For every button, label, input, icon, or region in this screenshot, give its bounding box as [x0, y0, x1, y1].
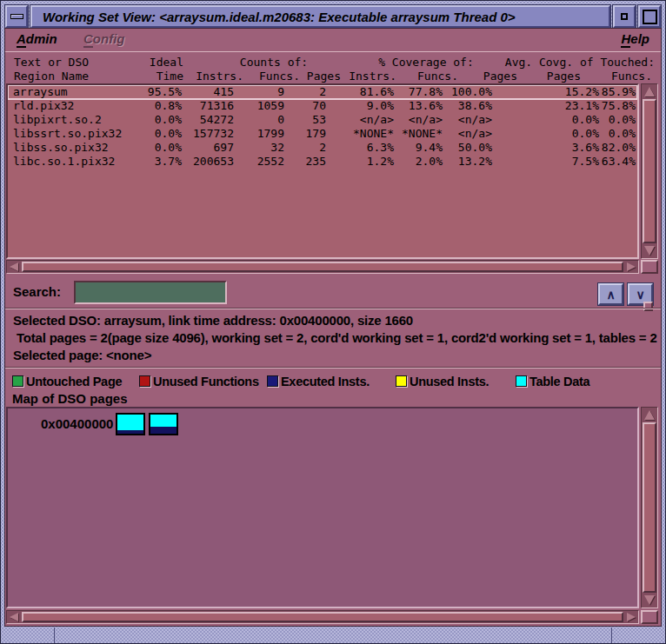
scroll-left-icon[interactable] — [10, 613, 18, 621]
header-ideal: Ideal — [150, 56, 183, 69]
header-avg-covg: Avg. Covg. of Touched: — [505, 56, 655, 69]
legend-swatch — [267, 375, 278, 387]
table-cell: 9.4% — [394, 141, 443, 155]
menu-admin[interactable]: Admin — [17, 31, 57, 46]
table-row[interactable]: libssrt.so.pix320.0%1577321799179*NONE**… — [8, 127, 637, 141]
scroll-down-icon[interactable] — [644, 595, 655, 605]
table-row[interactable]: rld.pix320.8%713161059709.0%13.6%38.6%23… — [8, 99, 637, 113]
window-menu-button[interactable] — [5, 5, 28, 28]
table-cell: 75.8% — [599, 99, 636, 113]
map-hscroll-thumb[interactable] — [22, 612, 623, 622]
table-cell: 2 — [284, 85, 326, 99]
table-cell: 38.6% — [443, 99, 492, 113]
header-touched-funcs: Funcs. — [611, 70, 652, 83]
map-horizontal-scrollbar[interactable] — [6, 610, 639, 624]
legend-label: Unused Insts. — [410, 375, 489, 388]
minimize-button[interactable] — [613, 5, 636, 28]
table-cell: *NONE* — [326, 127, 394, 141]
table-horizontal-scrollbar[interactable] — [6, 260, 639, 274]
table-scrollbar-corner — [641, 260, 658, 274]
page-address-label: 0x00400000 — [41, 416, 113, 431]
table-cell: 13.6% — [394, 99, 443, 113]
table-cell: 81.6% — [326, 85, 394, 99]
table-cell: 2 — [284, 141, 326, 155]
table-cell: 85.9% — [599, 85, 636, 99]
table-cell: 7.5% — [492, 155, 599, 169]
dso-page-map[interactable]: 0x00400000 — [6, 407, 639, 608]
table-cell: 0.8% — [138, 99, 182, 113]
legend-label: Executed Insts. — [281, 375, 370, 388]
selection-info: Selected DSO: arraysum, link time addres… — [13, 312, 661, 364]
table-cell: 1.2% — [326, 155, 394, 169]
scroll-up-icon[interactable] — [644, 410, 655, 420]
app-content: Admin Config Help Text or DSO Ideal Coun… — [5, 29, 661, 626]
table-vertical-scrollbar[interactable] — [641, 83, 658, 259]
table-row[interactable]: arraysum95.5%4159281.6%77.8%100.0%15.2%8… — [8, 85, 637, 99]
table-cell: 0.0% — [138, 141, 182, 155]
table-cell: 3.7% — [138, 155, 182, 169]
window-menu-icon — [10, 14, 23, 19]
table-cell: 53 — [284, 113, 326, 127]
header-counts-of: Counts of: — [213, 56, 335, 69]
table-cell: 0.0% — [492, 113, 599, 127]
table-cell: 0.0% — [599, 113, 636, 127]
table-cell: 23.1% — [492, 99, 599, 113]
table-cell: 697 — [182, 141, 234, 155]
table-cell: libss.so.pix32 — [8, 141, 138, 155]
working-set-view-window: Working Set View: <arraysum.ideal.m20683… — [0, 0, 666, 644]
header-instrs-count: Instrs. — [196, 70, 243, 83]
menubar-separator — [5, 51, 661, 53]
table-cell: 179 — [284, 127, 326, 141]
table-cell: 70 — [284, 99, 326, 113]
scroll-right-icon[interactable] — [627, 613, 636, 621]
table-row[interactable]: libpixrt.so.20.0%54272053<n/a><n/a><n/a>… — [8, 113, 637, 127]
table-cell: 54272 — [182, 113, 234, 127]
pane-sash-handle[interactable] — [643, 302, 653, 311]
header-time: Time — [157, 70, 183, 83]
total-pages-line: Total pages = 2(page size 4096), working… — [13, 329, 661, 347]
table-cell: 1059 — [234, 99, 284, 113]
table-cell: libc.so.1.pix32 — [8, 155, 138, 169]
table-cell: 9 — [234, 85, 284, 99]
scroll-left-icon[interactable] — [10, 262, 18, 271]
table-cell: 415 — [182, 85, 234, 99]
table-row[interactable]: libc.so.1.pix323.7%20065325522351.2%2.0%… — [8, 155, 637, 169]
search-prev-button[interactable]: ∧ — [598, 283, 623, 305]
maximize-icon — [643, 10, 657, 24]
table-vscroll-thumb[interactable] — [643, 99, 656, 243]
legend-item: Unused Insts. — [396, 373, 516, 389]
page-blocks — [116, 413, 178, 435]
scroll-up-icon[interactable] — [644, 87, 655, 96]
menu-help[interactable]: Help — [621, 31, 649, 46]
table-header: Text or DSO Ideal Counts of: % Coverage … — [5, 55, 661, 84]
maximize-button[interactable] — [638, 5, 661, 28]
titlebar: Working Set View: <arraysum.ideal.m20683… — [5, 5, 661, 28]
scroll-right-icon[interactable] — [627, 262, 636, 271]
table-hscroll-thumb[interactable] — [22, 262, 623, 272]
table-cell: 82.0% — [599, 141, 636, 155]
selected-page-line: Selected page: <none> — [13, 347, 661, 364]
table-row[interactable]: libss.so.pix320.0%6973226.3%9.4%50.0%3.6… — [8, 141, 637, 155]
table-cell: 9.0% — [326, 99, 394, 113]
selected-dso-line: Selected DSO: arraysum, link time addres… — [13, 312, 661, 329]
map-vertical-scrollbar[interactable] — [641, 407, 658, 608]
separator — [5, 367, 661, 368]
legend-label: Unused Functions — [153, 375, 259, 388]
header-coverage-of: % Coverage of: — [361, 56, 491, 69]
search-input[interactable] — [74, 281, 227, 304]
menu-config: Config — [83, 31, 125, 46]
dso-page-block[interactable] — [149, 413, 178, 435]
frame-handle-mark — [54, 627, 55, 643]
header-region-name: Region Name — [14, 70, 89, 83]
legend-swatch — [396, 375, 407, 387]
header-instrs-coverage: Instrs. — [349, 70, 396, 83]
dso-page-block[interactable] — [116, 413, 145, 435]
menubar: Admin Config Help — [5, 29, 661, 51]
titlebar-title-area[interactable]: Working Set View: <arraysum.ideal.m20683… — [30, 5, 610, 28]
scroll-down-icon[interactable] — [644, 246, 655, 256]
legend-item: Untouched Page — [12, 373, 139, 389]
dso-table[interactable]: arraysum95.5%4159281.6%77.8%100.0%15.2%8… — [6, 83, 639, 259]
map-vscroll-thumb[interactable] — [643, 422, 656, 593]
map-title: Map of DSO pages — [12, 391, 128, 406]
table-cell: 0.0% — [599, 127, 636, 141]
